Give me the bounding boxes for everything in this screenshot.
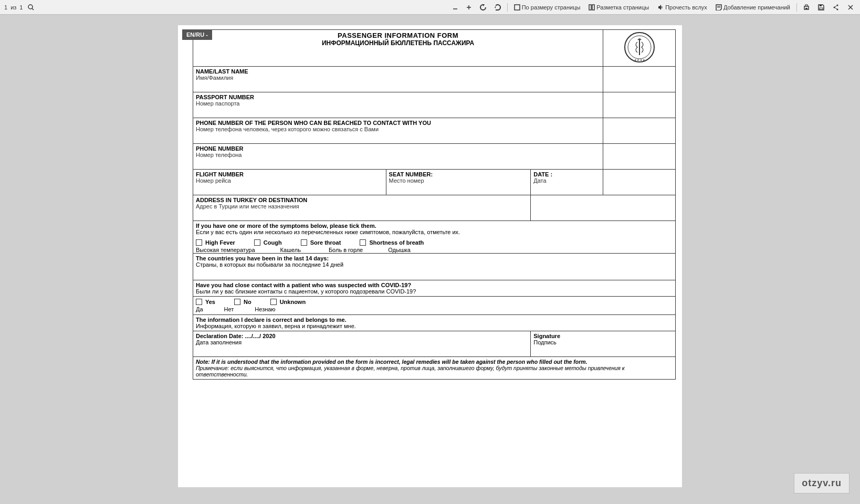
address-label-ru: Адрес в Турции или месте назначения xyxy=(196,203,528,209)
symptom-high-fever[interactable]: High Fever xyxy=(196,239,235,246)
symptom-shortness[interactable]: Shortness of breath xyxy=(360,239,424,246)
svg-rect-6 xyxy=(589,5,591,10)
address-label-en: ADDRESS IN TURKEY OR DESTINATION xyxy=(196,197,528,203)
decl-date-en: Declaration Date: ..../..../ 2020 xyxy=(196,333,528,339)
yes-checkbox[interactable] xyxy=(196,299,202,305)
minimize-button[interactable] xyxy=(450,4,460,11)
close-button[interactable] xyxy=(845,3,856,12)
name-label-ru: Имя/Фамилия xyxy=(196,75,600,81)
name-input-area[interactable] xyxy=(196,81,600,90)
flight-extra-cell[interactable] xyxy=(603,170,676,195)
countries-label-en: The countries you have been in the last … xyxy=(196,255,673,261)
svg-rect-5 xyxy=(515,5,520,10)
sore-throat-checkbox[interactable] xyxy=(301,239,307,246)
name-label-en: NAME/LAST NAME xyxy=(196,68,600,75)
layout-icon xyxy=(589,4,595,10)
date-label-en: DATE : xyxy=(533,171,600,177)
seat-input-area[interactable] xyxy=(389,184,528,193)
address-input-area[interactable] xyxy=(196,209,528,219)
svg-line-18 xyxy=(834,7,837,9)
signature-input[interactable] xyxy=(533,345,673,355)
contact-label-ru: Были ли у вас близкие контакты с пациент… xyxy=(196,288,673,295)
form-container: PASSENGER INFORMATION FORM ИНФОРМАЦИОННЫ… xyxy=(193,29,676,380)
undo-button[interactable] xyxy=(492,3,503,12)
unknown-ru: Незнаю xyxy=(255,306,275,312)
option-no[interactable]: No xyxy=(234,299,251,305)
save-icon xyxy=(818,4,824,10)
refresh-button[interactable] xyxy=(478,3,488,12)
fit-page-button[interactable]: По размеру страницы xyxy=(512,3,583,12)
unknown-label: Unknown xyxy=(280,299,306,305)
yes-label: Yes xyxy=(205,299,215,305)
no-ru: Нет xyxy=(224,306,234,312)
svg-line-1 xyxy=(32,8,34,10)
note-row: Note: If it is understood that the infor… xyxy=(193,357,676,380)
content-area: EN/RU - PASSENGER INFORMATION FORM ИНФОР… xyxy=(0,15,860,498)
symptom-sore-throat[interactable]: Sore throat xyxy=(301,239,341,246)
phone-label-ru: Номер телефона xyxy=(196,152,600,158)
cough-checkbox[interactable] xyxy=(254,239,260,246)
layout-button[interactable]: Разметка страницы xyxy=(586,3,651,12)
date-input-area[interactable] xyxy=(533,184,600,193)
unknown-checkbox[interactable] xyxy=(270,299,277,305)
phone-input-cell[interactable] xyxy=(603,144,676,170)
read-aloud-button[interactable]: Прочесть вслух xyxy=(655,3,709,12)
declaration-text-row: The information I declare is correct and… xyxy=(193,315,676,331)
countries-input[interactable] xyxy=(196,268,673,278)
watermark: otzyv.ru xyxy=(794,473,849,494)
svg-rect-7 xyxy=(592,5,594,10)
page-separator: из xyxy=(11,4,16,10)
svg-rect-11 xyxy=(805,8,807,9)
zoom-in-button[interactable] xyxy=(464,4,474,11)
separator1 xyxy=(507,3,508,12)
phone-contact-label-ru: Номер телефона человека, через которого … xyxy=(196,126,600,132)
toolbar-center: По размеру страницы Разметка страницы Пр… xyxy=(70,3,856,12)
passport-label-en: PASSPORT NUMBER xyxy=(196,94,600,100)
no-checkbox[interactable] xyxy=(234,299,240,305)
passport-input-cell[interactable] xyxy=(603,92,676,118)
name-input-cell[interactable] xyxy=(603,67,676,92)
svg-text:★ ★ ★ ★: ★ ★ ★ ★ xyxy=(634,58,645,61)
shortness-checkbox[interactable] xyxy=(360,239,366,246)
document: EN/RU - PASSENGER INFORMATION FORM ИНФОР… xyxy=(178,25,682,487)
passport-row: PASSPORT NUMBER Номер паспорта xyxy=(193,92,676,118)
save-button[interactable] xyxy=(816,3,826,12)
flight-input-area[interactable] xyxy=(196,184,383,193)
declaration-en: The information I declare is correct and… xyxy=(196,317,673,323)
option-yes[interactable]: Yes xyxy=(196,299,215,305)
minimize-icon xyxy=(453,5,458,10)
search-button[interactable] xyxy=(26,3,36,12)
phone-contact-input-area[interactable] xyxy=(196,132,600,142)
passport-input-area[interactable] xyxy=(196,107,600,116)
add-note-button[interactable]: Добавление примечаний xyxy=(714,3,792,12)
ministry-logo: ★ ★ ★ ★ xyxy=(624,32,655,63)
plus-icon xyxy=(466,5,471,10)
phone-label-en: PHONE NUMBER xyxy=(196,145,600,152)
phone-contact-input-cell[interactable] xyxy=(603,118,676,144)
header-row: PASSENGER INFORMATION FORM ИНФОРМАЦИОННЫ… xyxy=(193,30,676,67)
lang-button[interactable]: EN/RU - xyxy=(182,29,212,40)
phone-row: PHONE NUMBER Номер телефона xyxy=(193,144,676,170)
symptoms-intro-ru: Если у вас есть один или несколько из пе… xyxy=(196,229,673,235)
cough-label: Cough xyxy=(264,239,282,246)
phone-contact-label-en: PHONE NUMBER OF THE PERSON WHO CAN BE RE… xyxy=(196,120,600,126)
share-icon xyxy=(833,4,839,10)
option-unknown[interactable]: Unknown xyxy=(270,299,306,305)
flight-label-en: FLIGHT NUMBER xyxy=(196,171,383,177)
contact-label-en: Have you had close contact with a patien… xyxy=(196,282,673,288)
no-label: No xyxy=(244,299,251,305)
yes-ru: Да xyxy=(196,306,203,312)
address-input-cell[interactable] xyxy=(531,195,676,221)
phone-input-area[interactable] xyxy=(196,158,600,167)
countries-row: The countries you have been in the last … xyxy=(193,254,676,280)
cough-ru: Кашель xyxy=(280,247,301,253)
name-row: NAME/LAST NAME Имя/Фамилия xyxy=(193,67,676,92)
print-icon xyxy=(803,4,810,10)
fever-checkbox[interactable] xyxy=(196,239,202,246)
address-row: ADDRESS IN TURKEY OR DESTINATION Адрес в… xyxy=(193,195,676,221)
sore-throat-ru: Боль в горле xyxy=(329,247,363,253)
print-button[interactable] xyxy=(801,3,812,12)
read-icon xyxy=(657,4,664,10)
symptom-cough[interactable]: Cough xyxy=(254,239,282,246)
share-button[interactable] xyxy=(831,3,841,12)
